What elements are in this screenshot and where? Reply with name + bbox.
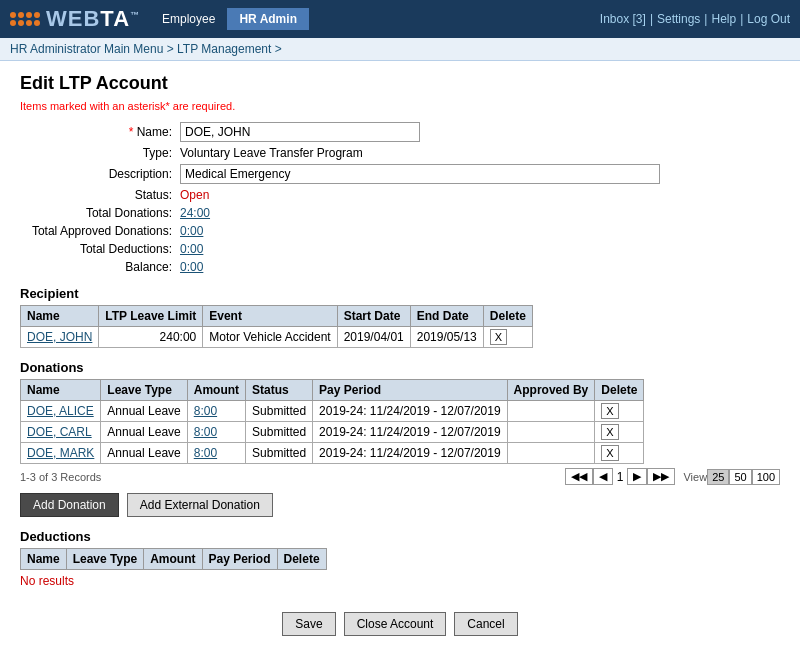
recipient-cell-limit: 240:00 bbox=[99, 327, 203, 348]
nav-tab-employee[interactable]: Employee bbox=[150, 8, 227, 30]
recipient-col-delete: Delete bbox=[483, 306, 532, 327]
status-value: Open bbox=[180, 188, 209, 202]
donation-amount-link[interactable]: 8:00 bbox=[194, 404, 217, 418]
donations-col-payperiod: Pay Period bbox=[313, 380, 508, 401]
recipient-col-end: End Date bbox=[410, 306, 483, 327]
donation-cell-status: Submitted bbox=[246, 422, 313, 443]
pagination-current: 1 bbox=[617, 470, 624, 484]
donation-name-link[interactable]: DOE, MARK bbox=[27, 446, 94, 460]
total-donations-value[interactable]: 24:00 bbox=[180, 206, 210, 220]
donation-row: DOE, CARL Annual Leave 8:00 Submitted 20… bbox=[21, 422, 644, 443]
bottom-buttons: Save Close Account Cancel bbox=[20, 604, 780, 636]
logo-dot bbox=[26, 20, 32, 26]
donation-cell-status: Submitted bbox=[246, 401, 313, 422]
cancel-button[interactable]: Cancel bbox=[454, 612, 517, 636]
donation-cell-name: DOE, ALICE bbox=[21, 401, 101, 422]
name-label: * Name: bbox=[20, 125, 180, 139]
status-label: Status: bbox=[20, 188, 180, 202]
recipient-col-event: Event bbox=[203, 306, 337, 327]
recipient-col-start: Start Date bbox=[337, 306, 410, 327]
donation-cell-amount: 8:00 bbox=[187, 422, 245, 443]
pagination-last[interactable]: ▶▶ bbox=[647, 468, 675, 485]
recipient-row: DOE, JOHN 240:00 Motor Vehicle Accident … bbox=[21, 327, 533, 348]
recipient-cell-delete: X bbox=[483, 327, 532, 348]
donation-cell-amount: 8:00 bbox=[187, 443, 245, 464]
balance-value[interactable]: 0:00 bbox=[180, 260, 203, 274]
help-link[interactable]: Help bbox=[711, 12, 736, 26]
logout-link[interactable]: Log Out bbox=[747, 12, 790, 26]
recipient-col-limit: LTP Leave Limit bbox=[99, 306, 203, 327]
close-account-button[interactable]: Close Account bbox=[344, 612, 447, 636]
view-100[interactable]: 100 bbox=[752, 469, 780, 485]
type-value: Voluntary Leave Transfer Program bbox=[180, 146, 363, 160]
donation-cell-delete: X bbox=[595, 443, 644, 464]
donations-section-title: Donations bbox=[20, 360, 780, 375]
recipient-header-row: Name LTP Leave Limit Event Start Date En… bbox=[21, 306, 533, 327]
donations-col-delete: Delete bbox=[595, 380, 644, 401]
view-50[interactable]: 50 bbox=[729, 469, 751, 485]
add-donation-button[interactable]: Add Donation bbox=[20, 493, 119, 517]
deductions-no-results: No results bbox=[20, 574, 780, 588]
name-input[interactable] bbox=[180, 122, 420, 142]
pagination-row: 1-3 of 3 Records ◀◀ ◀ 1 ▶ ▶▶ View 25 50 … bbox=[20, 468, 780, 485]
form-row-description: Description: bbox=[20, 164, 780, 184]
description-input[interactable] bbox=[180, 164, 660, 184]
donation-amount-link[interactable]: 8:00 bbox=[194, 425, 217, 439]
pagination-next[interactable]: ▶ bbox=[627, 468, 647, 485]
donation-cell-approvedby bbox=[507, 422, 595, 443]
donation-name-link[interactable]: DOE, ALICE bbox=[27, 404, 94, 418]
page-title: Edit LTP Account bbox=[20, 73, 780, 94]
required-note-text: Items marked with an asterisk bbox=[20, 100, 166, 112]
nav-tabs: Employee HR Admin bbox=[150, 8, 309, 30]
donation-delete-button[interactable]: X bbox=[601, 424, 618, 440]
donation-cell-payperiod: 2019-24: 11/24/2019 - 12/07/2019 bbox=[313, 401, 508, 422]
donation-delete-button[interactable]: X bbox=[601, 445, 618, 461]
donation-name-link[interactable]: DOE, CARL bbox=[27, 425, 92, 439]
form-row-type: Type: Voluntary Leave Transfer Program bbox=[20, 146, 780, 160]
total-deductions-label: Total Deductions: bbox=[20, 242, 180, 256]
save-button[interactable]: Save bbox=[282, 612, 335, 636]
inbox-link[interactable]: Inbox [3] bbox=[600, 12, 646, 26]
breadcrumb-home[interactable]: HR Administrator Main Menu bbox=[10, 42, 163, 56]
deductions-col-amount: Amount bbox=[144, 549, 202, 570]
donations-col-approvedby: Approved By bbox=[507, 380, 595, 401]
recipient-cell-end: 2019/05/13 bbox=[410, 327, 483, 348]
breadcrumb-ltp[interactable]: LTP Management bbox=[177, 42, 271, 56]
recipient-cell-event: Motor Vehicle Accident bbox=[203, 327, 337, 348]
form-row-name: * Name: bbox=[20, 122, 780, 142]
balance-label: Balance: bbox=[20, 260, 180, 274]
form-row-total-donations: Total Donations: 24:00 bbox=[20, 206, 780, 220]
nav-tab-hradmin[interactable]: HR Admin bbox=[227, 8, 309, 30]
donation-cell-name: DOE, MARK bbox=[21, 443, 101, 464]
type-label: Type: bbox=[20, 146, 180, 160]
recipient-name-link[interactable]: DOE, JOHN bbox=[27, 330, 92, 344]
donation-cell-approvedby bbox=[507, 443, 595, 464]
donation-amount-link[interactable]: 8:00 bbox=[194, 446, 217, 460]
total-deductions-value[interactable]: 0:00 bbox=[180, 242, 203, 256]
donation-cell-status: Submitted bbox=[246, 443, 313, 464]
header-nav: WEBTA™ Employee HR Admin bbox=[10, 6, 309, 32]
pagination-prev[interactable]: ◀ bbox=[593, 468, 613, 485]
add-external-donation-button[interactable]: Add External Donation bbox=[127, 493, 273, 517]
recipient-cell-start: 2019/04/01 bbox=[337, 327, 410, 348]
donations-table: Name Leave Type Amount Status Pay Period… bbox=[20, 379, 644, 464]
donation-action-buttons: Add Donation Add External Donation bbox=[20, 493, 780, 517]
total-approved-value[interactable]: 0:00 bbox=[180, 224, 203, 238]
logo-dot bbox=[26, 12, 32, 18]
settings-link[interactable]: Settings bbox=[657, 12, 700, 26]
donations-col-amount: Amount bbox=[187, 380, 245, 401]
recipient-table: Name LTP Leave Limit Event Start Date En… bbox=[20, 305, 533, 348]
deductions-col-payperiod: Pay Period bbox=[202, 549, 277, 570]
donation-delete-button[interactable]: X bbox=[601, 403, 618, 419]
donations-col-leavetype: Leave Type bbox=[101, 380, 187, 401]
form-row-total-deductions: Total Deductions: 0:00 bbox=[20, 242, 780, 256]
recipient-delete-button[interactable]: X bbox=[490, 329, 507, 345]
pagination-first[interactable]: ◀◀ bbox=[565, 468, 593, 485]
pagination-info: 1-3 of 3 Records bbox=[20, 471, 101, 483]
recipient-cell-name: DOE, JOHN bbox=[21, 327, 99, 348]
view-25[interactable]: 25 bbox=[707, 469, 729, 485]
view-label: View bbox=[683, 471, 707, 483]
logo-dot bbox=[18, 12, 24, 18]
donation-cell-payperiod: 2019-24: 11/24/2019 - 12/07/2019 bbox=[313, 443, 508, 464]
recipient-section-title: Recipient bbox=[20, 286, 780, 301]
